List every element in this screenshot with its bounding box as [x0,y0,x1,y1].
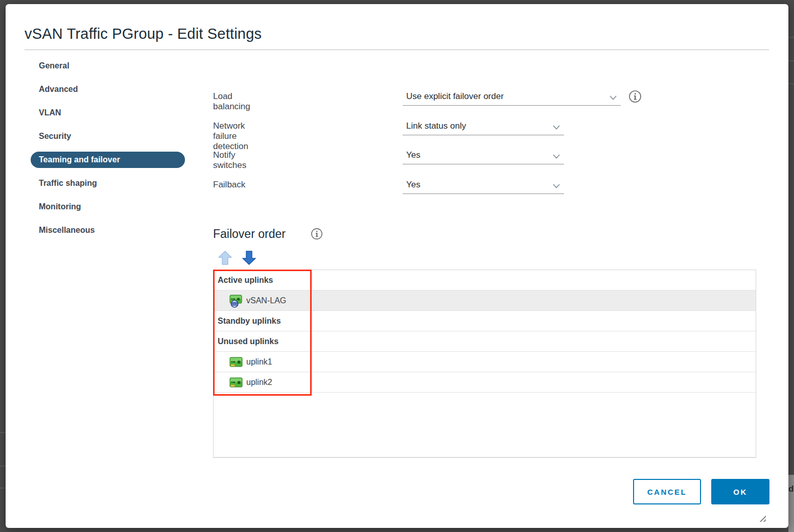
sidebar-item-miscellaneous[interactable]: Miscellaneous [31,219,185,242]
failback-value: Yes [406,180,421,190]
move-down-button[interactable] [242,251,256,265]
info-icon[interactable] [628,90,642,103]
settings-sidebar: General Advanced VLAN Security Teaming a… [31,54,185,242]
backdrop-row-line [788,83,794,84]
notify-switches-value: Yes [406,150,421,160]
load-balancing-select[interactable]: Use explicit failover order [403,90,621,106]
load-balancing-label: Load balancing [213,91,250,112]
group-row-standby-uplinks: Standby uplinks [214,311,756,331]
sidebar-item-security[interactable]: Security [31,125,185,148]
sidebar-item-traffic-shaping[interactable]: Traffic shaping [31,172,185,195]
failover-order-heading: Failover order [213,227,286,241]
nic-icon [229,376,243,390]
resize-handle[interactable] [757,513,766,522]
chevron-down-icon [553,125,560,130]
lag-icon [229,295,243,308]
ok-button[interactable]: OK [711,479,769,504]
backdrop-row-line [788,37,794,38]
uplink-row-vsan-lag[interactable]: vSAN-LAG [214,291,756,311]
network-failure-detection-label: Network failure detection [213,121,248,152]
network-failure-detection-value: Link status only [406,121,466,131]
backdrop-page-strip [788,475,794,532]
backdrop-row-line [0,488,6,489]
chevron-down-icon [610,95,617,100]
group-row-active-uplinks: Active uplinks [214,270,756,291]
chevron-down-icon [553,184,560,188]
dialog-title: vSAN Traffic PGroup - Edit Settings [25,26,262,42]
uplink-label: vSAN-LAG [246,296,286,305]
notify-switches-select[interactable]: Yes [403,149,564,164]
load-balancing-value: Use explicit failover order [406,91,504,102]
sidebar-item-monitoring[interactable]: Monitoring [31,195,185,219]
title-divider [25,50,769,50]
edit-settings-dialog: vSAN Traffic PGroup - Edit Settings Gene… [6,4,788,528]
failback-select[interactable]: Yes [403,178,564,194]
backdrop-text-fragment: d [788,484,794,494]
uplink-label: uplink1 [246,357,272,367]
info-icon[interactable] [311,228,323,240]
nic-icon [229,356,243,369]
uplink-label: uplink2 [246,378,272,387]
chevron-down-icon [553,154,560,159]
sidebar-item-teaming-and-failover[interactable]: Teaming and failover [31,152,185,168]
sidebar-item-vlan[interactable]: VLAN [31,101,185,125]
move-up-button[interactable] [218,251,232,265]
backdrop-row-line [0,466,6,467]
sidebar-item-general[interactable]: General [31,54,185,78]
notify-switches-label: Notify switches [213,150,246,171]
cancel-button[interactable]: CANCEL [633,479,701,504]
group-row-unused-uplinks: Unused uplinks [214,331,756,352]
network-failure-detection-select[interactable]: Link status only [403,119,564,135]
uplink-row-uplink1[interactable]: uplink1 [214,352,756,372]
backdrop-row-line [0,432,6,433]
failover-order-table: Active uplinks vSAN-LAG Standby uplinks … [213,270,756,458]
uplink-row-uplink2[interactable]: uplink2 [214,372,756,393]
backdrop-row-line [788,60,794,61]
failback-label: Failback [213,180,245,190]
sidebar-item-advanced[interactable]: Advanced [31,78,185,101]
